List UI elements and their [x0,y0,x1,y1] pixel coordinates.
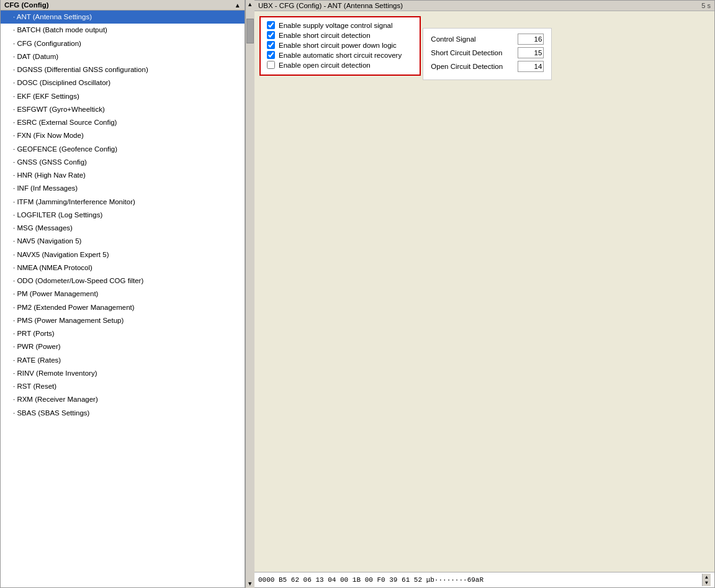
scrollbar-thumb[interactable] [246,19,254,43]
sidebar-item-rxm[interactable]: · RXM (Receiver Manager) [1,393,245,406]
checkbox-short_circuit_detect[interactable] [267,31,275,39]
checkbox-short_circuit_powerdown[interactable] [267,41,275,49]
scroll-up-arrow[interactable]: ▲ [246,0,254,9]
checkbox-supply_voltage[interactable] [267,21,275,29]
sidebar-item-rst[interactable]: · RST (Reset) [1,380,245,393]
sidebar-item-fxn[interactable]: · FXN (Fix Now Mode) [1,129,245,142]
panel-timer: 5 s [701,2,711,9]
checkbox-label-short_circuit_powerdown: Enable short circuit power down logic [279,42,397,49]
sidebar-item-cfg[interactable]: · CFG (Configuration) [1,37,245,50]
sidebar-item-itfm[interactable]: · ITFM (Jamming/Interference Monitor) [1,196,245,209]
sidebar-item-hnr[interactable]: · HNR (High Nav Rate) [1,169,245,182]
checkbox-label-short_circuit_detect: Enable short circuit detection [279,32,371,39]
checkbox-label-supply_voltage: Enable supply voltage control signal [279,22,392,29]
sidebar-item-odo[interactable]: · ODO (Odometer/Low-Speed COG filter) [1,274,245,287]
field-label-control_signal: Control Signal [431,35,518,43]
sidebar-item-pm2[interactable]: · PM2 (Extended Power Management) [1,301,245,314]
hex-scrollbar[interactable]: ▲ ▼ [702,574,711,586]
hex-bar: 0000 B5 62 06 13 04 00 1B 00 F0 39 61 52… [254,572,714,587]
sidebar-item-sbas[interactable]: · SBAS (SBAS Settings) [1,407,245,420]
panel-header: UBX - CFG (Config) - ANT (Antenna Settin… [254,1,714,11]
scroll-down-arrow[interactable]: ▼ [246,579,254,588]
sidebar-item-batch[interactable]: · BATCH (Batch mode output) [1,24,245,37]
sidebar-item-rate[interactable]: · RATE (Rates) [1,354,245,367]
panel-content: Enable supply voltage control signalEnab… [254,11,714,572]
field-row-control_signal: Control Signal [431,34,544,45]
field-label-open_circuit_detection: Open Circuit Detection [431,63,518,70]
field-input-open_circuit_detection[interactable] [518,61,544,72]
config-box: Enable supply voltage control signalEnab… [259,16,421,76]
field-label-short_circuit_detection: Short Circuit Detection [431,49,518,57]
field-input-control_signal[interactable] [518,34,544,45]
field-row-open_circuit_detection: Open Circuit Detection [431,61,544,72]
checkbox-row-short_circuit_powerdown: Enable short circuit power down logic [267,41,413,49]
sidebar-item-pm[interactable]: · PM (Power Management) [1,287,245,301]
sidebar-scrollbar[interactable]: ▲ ▼ [245,0,254,588]
field-input-short_circuit_detection[interactable] [518,47,544,58]
sidebar-item-logfilter[interactable]: · LOGFILTER (Log Settings) [1,209,245,222]
sidebar-item-gnss[interactable]: · GNSS (GNSS Config) [1,156,245,169]
field-row-short_circuit_detection: Short Circuit Detection [431,47,544,58]
checkbox-auto_short_circuit_recovery[interactable] [267,51,275,59]
sidebar-item-esfgwt[interactable]: · ESFGWT (Gyro+Wheeltick) [1,103,245,116]
checkbox-label-auto_short_circuit_recovery: Enable automatic short circuit recovery [279,52,402,59]
hex-content: 0000 B5 62 06 13 04 00 1B 00 F0 39 61 52… [258,576,702,584]
sidebar-item-inf[interactable]: · INF (Inf Messages) [1,182,245,195]
sidebar-header: CFG (Config) ▲ [1,0,245,11]
sidebar-item-nav5[interactable]: · NAV5 (Navigation 5) [1,235,245,248]
fields-section: Control SignalShort Circuit DetectionOpe… [423,28,552,80]
checkbox-row-open_circuit_detect: Enable open circuit detection [267,61,413,69]
checkbox-row-auto_short_circuit_recovery: Enable automatic short circuit recovery [267,51,413,59]
sidebar-item-ant[interactable]: · ANT (Antenna Settings) [1,11,245,24]
sidebar: CFG (Config) ▲ · ANT (Antenna Settings)·… [0,0,245,588]
sidebar-item-pwr[interactable]: · PWR (Power) [1,340,245,353]
sidebar-item-rinv[interactable]: · RINV (Remote Inventory) [1,367,245,380]
checkbox-row-short_circuit_detect: Enable short circuit detection [267,31,413,39]
right-panel: UBX - CFG (Config) - ANT (Antenna Settin… [254,0,715,588]
checkbox-row-supply_voltage: Enable supply voltage control signal [267,21,413,29]
checkbox-open_circuit_detect[interactable] [267,61,275,69]
sidebar-item-esrc[interactable]: · ESRC (External Source Config) [1,116,245,129]
checkbox-label-open_circuit_detect: Enable open circuit detection [279,61,371,69]
hex-scroll-up[interactable]: ▲ [705,574,708,580]
sidebar-item-dgnss[interactable]: · DGNSS (Differential GNSS configuration… [1,63,245,76]
sidebar-items-container: · ANT (Antenna Settings)· BATCH (Batch m… [1,11,245,420]
sidebar-item-msg[interactable]: · MSG (Messages) [1,222,245,235]
sidebar-item-nmea[interactable]: · NMEA (NMEA Protocol) [1,261,245,274]
sidebar-item-prt[interactable]: · PRT (Ports) [1,327,245,340]
sidebar-item-pms[interactable]: · PMS (Power Management Setup) [1,314,245,327]
sidebar-panel: CFG (Config) ▲ · ANT (Antenna Settings)·… [0,0,254,588]
sidebar-collapse-arrow[interactable]: ▲ [235,2,241,9]
app-container: CFG (Config) ▲ · ANT (Antenna Settings)·… [0,0,715,588]
sidebar-header-title: CFG (Config) [4,1,49,9]
sidebar-item-dosc[interactable]: · DOSC (Disciplined Oscillator) [1,76,245,89]
main-layout: CFG (Config) ▲ · ANT (Antenna Settings)·… [0,0,715,588]
hex-scroll-down[interactable]: ▼ [705,580,708,586]
sidebar-item-ekf[interactable]: · EKF (EKF Settings) [1,90,245,103]
sidebar-item-geofence[interactable]: · GEOFENCE (Geofence Config) [1,143,245,156]
sidebar-item-navx5[interactable]: · NAVX5 (Navigation Expert 5) [1,248,245,261]
sidebar-item-dat[interactable]: · DAT (Datum) [1,50,245,63]
panel-title: UBX - CFG (Config) - ANT (Antenna Settin… [258,2,403,9]
